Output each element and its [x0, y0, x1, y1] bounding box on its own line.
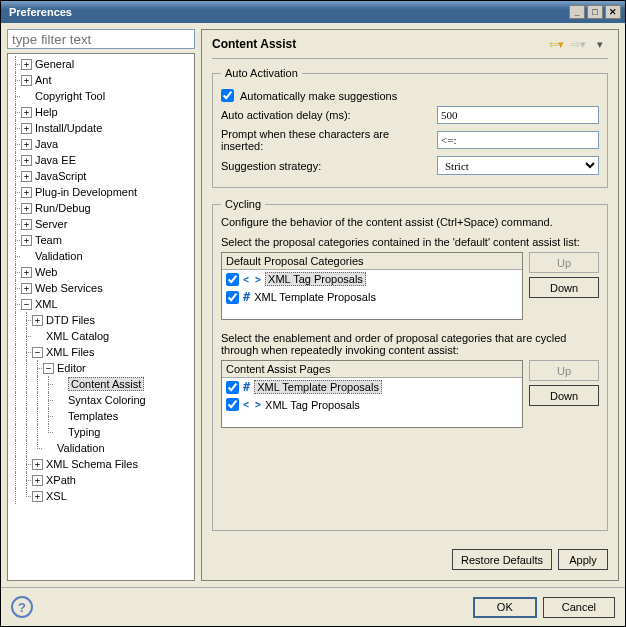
tree-item-xmlfiles[interactable]: −XML Files — [8, 344, 194, 360]
up-button: Up — [529, 252, 599, 273]
tree-item-ant[interactable]: +Ant — [8, 72, 194, 88]
tree-item-xml[interactable]: −XML — [8, 296, 194, 312]
tree-item-copyright[interactable]: Copyright Tool — [8, 88, 194, 104]
apply-button[interactable]: Apply — [558, 549, 608, 570]
tree-item-templates[interactable]: Templates — [8, 408, 194, 424]
tree-item-rundebug[interactable]: +Run/Debug — [8, 200, 194, 216]
list-item[interactable]: < > XML Tag Proposals — [222, 396, 522, 413]
down-button[interactable]: Down — [529, 277, 599, 298]
hash-icon: # — [243, 290, 250, 304]
sidebar: +General +Ant Copyright Tool +Help +Inst… — [7, 29, 195, 581]
tag-icon: < > — [243, 274, 261, 285]
col-pages-header: Content Assist Pages — [222, 361, 522, 378]
menu-icon[interactable]: ▾ — [592, 36, 608, 52]
window-title: Preferences — [5, 6, 567, 18]
label-delay: Auto activation delay (ms): — [221, 109, 431, 121]
tree-item-install[interactable]: +Install/Update — [8, 120, 194, 136]
tree-item-xmlcatalog[interactable]: XML Catalog — [8, 328, 194, 344]
tree-item-javaee[interactable]: +Java EE — [8, 152, 194, 168]
col-default-header: Default Proposal Categories — [222, 253, 522, 270]
tree-item-typing[interactable]: Typing — [8, 424, 194, 440]
minimize-button[interactable]: _ — [569, 5, 585, 19]
checkbox-page[interactable] — [226, 381, 239, 394]
cancel-button[interactable]: Cancel — [543, 597, 615, 618]
back-icon[interactable]: ⇦▾ — [548, 36, 564, 52]
label-prompt: Prompt when these characters are inserte… — [221, 128, 431, 152]
tree-item-team[interactable]: +Team — [8, 232, 194, 248]
list-assist-pages: Content Assist Pages # XML Template Prop… — [221, 360, 523, 428]
up-button-2: Up — [529, 360, 599, 381]
tree-item-plugin[interactable]: +Plug-in Development — [8, 184, 194, 200]
tag-icon: < > — [243, 399, 261, 410]
checkbox-proposal[interactable] — [226, 273, 239, 286]
titlebar[interactable]: Preferences _ □ ✕ — [1, 1, 625, 23]
select-strategy[interactable]: Strict — [437, 156, 599, 175]
filter-input[interactable] — [7, 29, 195, 49]
input-delay[interactable] — [437, 106, 599, 124]
content-panel: Content Assist ⇦▾ ⇨▾ ▾ Auto Activation A… — [201, 29, 619, 581]
ok-button[interactable]: OK — [473, 597, 537, 618]
preferences-tree[interactable]: +General +Ant Copyright Tool +Help +Inst… — [7, 53, 195, 581]
restore-defaults-button[interactable]: Restore Defaults — [452, 549, 552, 570]
tree-item-xmlschema[interactable]: +XML Schema Files — [8, 456, 194, 472]
tree-item-contentassist[interactable]: Content Assist — [8, 376, 194, 392]
legend-auto-activation: Auto Activation — [221, 67, 302, 79]
checkbox-page[interactable] — [226, 398, 239, 411]
tree-item-validation[interactable]: Validation — [8, 248, 194, 264]
label-strategy: Suggestion strategy: — [221, 160, 431, 172]
hash-icon: # — [243, 380, 250, 394]
tree-item-xsl[interactable]: +XSL — [8, 488, 194, 504]
checkbox-auto-suggest[interactable] — [221, 89, 234, 102]
tree-item-validation2[interactable]: Validation — [8, 440, 194, 456]
checkbox-proposal[interactable] — [226, 291, 239, 304]
tree-item-java[interactable]: +Java — [8, 136, 194, 152]
tree-item-xpath[interactable]: +XPath — [8, 472, 194, 488]
tree-item-general[interactable]: +General — [8, 56, 194, 72]
legend-cycling: Cycling — [221, 198, 265, 210]
text-default-label: Select the proposal categories contained… — [221, 236, 599, 248]
tree-item-webservices[interactable]: +Web Services — [8, 280, 194, 296]
tree-item-help[interactable]: +Help — [8, 104, 194, 120]
label-auto-suggest: Automatically make suggestions — [240, 90, 397, 102]
text-pages-label: Select the enablement and order of propo… — [221, 332, 599, 356]
group-auto-activation: Auto Activation Automatically make sugge… — [212, 67, 608, 188]
footer: ? OK Cancel — [1, 587, 625, 626]
forward-icon: ⇨▾ — [570, 36, 586, 52]
tree-item-javascript[interactable]: +JavaScript — [8, 168, 194, 184]
text-cycling-desc: Configure the behavior of the content as… — [221, 216, 599, 228]
maximize-button[interactable]: □ — [587, 5, 603, 19]
tree-item-dtd[interactable]: +DTD Files — [8, 312, 194, 328]
group-cycling: Cycling Configure the behavior of the co… — [212, 198, 608, 531]
help-icon[interactable]: ? — [11, 596, 33, 618]
list-item[interactable]: # XML Template Proposals — [222, 378, 522, 396]
input-prompt[interactable] — [437, 131, 599, 149]
close-button[interactable]: ✕ — [605, 5, 621, 19]
preferences-window: Preferences _ □ ✕ +General +Ant Copyrigh… — [0, 0, 626, 627]
tree-item-syntax[interactable]: Syntax Coloring — [8, 392, 194, 408]
list-default-proposals: Default Proposal Categories < > XML Tag … — [221, 252, 523, 320]
tree-item-editor[interactable]: −Editor — [8, 360, 194, 376]
down-button-2[interactable]: Down — [529, 385, 599, 406]
tree-item-server[interactable]: +Server — [8, 216, 194, 232]
list-item[interactable]: < > XML Tag Proposals — [222, 270, 522, 288]
page-title: Content Assist — [212, 37, 548, 51]
tree-item-web[interactable]: +Web — [8, 264, 194, 280]
list-item[interactable]: # XML Template Proposals — [222, 288, 522, 306]
